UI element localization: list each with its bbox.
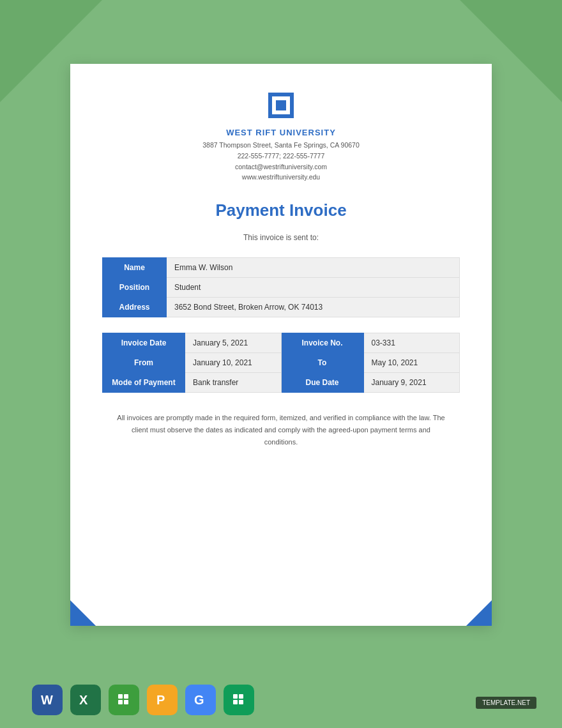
position-value: Student — [167, 278, 460, 298]
svg-text:W: W — [41, 693, 53, 707]
table-row: From January 10, 2021 To May 10, 2021 — [103, 353, 460, 373]
company-website: www.westriftuniversity.edu — [102, 172, 460, 183]
company-phone: 222-555-7777; 222-555-7777 — [102, 151, 460, 162]
doc-corner-bl — [70, 600, 96, 626]
svg-text:P: P — [156, 693, 165, 707]
svg-rect-14 — [239, 700, 243, 704]
name-label: Name — [103, 258, 167, 278]
recipient-table: Name Emma W. Wilson Position Student Add… — [102, 257, 460, 317]
gsheets-icon[interactable] — [224, 685, 254, 715]
from-label: From — [103, 353, 185, 373]
footer-note: All invoices are promptly made in the re… — [102, 412, 460, 448]
svg-rect-2 — [276, 100, 286, 110]
details-table: Invoice Date January 5, 2021 Invoice No.… — [102, 333, 460, 393]
word-icon[interactable]: W — [32, 685, 63, 715]
from-value: January 10, 2021 — [185, 353, 282, 373]
position-label: Position — [103, 278, 167, 298]
table-row: Name Emma W. Wilson — [103, 258, 460, 278]
svg-rect-13 — [233, 700, 238, 704]
svg-rect-12 — [239, 694, 243, 699]
svg-rect-8 — [124, 700, 128, 704]
invoice-no-value: 03-331 — [363, 333, 460, 353]
svg-rect-7 — [118, 700, 123, 704]
svg-text:G: G — [194, 693, 204, 707]
template-badge: TEMPLATE.NET — [476, 697, 536, 709]
company-name: WEST RIFT UNIVERSITY — [102, 128, 460, 137]
table-row: Invoice Date January 5, 2021 Invoice No.… — [103, 333, 460, 353]
svg-rect-5 — [118, 694, 123, 699]
to-label: To — [281, 353, 363, 373]
to-value: May 10, 2021 — [363, 353, 460, 373]
numbers-icon[interactable] — [109, 685, 139, 715]
invoice-subtitle: This invoice is sent to: — [102, 233, 460, 242]
svg-rect-6 — [124, 694, 128, 699]
due-date-label: Due Date — [281, 373, 363, 393]
company-logo — [265, 89, 297, 121]
bottom-toolbar: W X P G — [32, 685, 254, 715]
table-row: Address 3652 Bond Street, Broken Arrow, … — [103, 298, 460, 317]
company-email: contact@westriftuniversity.com — [102, 162, 460, 172]
address-label: Address — [103, 298, 167, 317]
invoice-date-label: Invoice Date — [103, 333, 185, 353]
excel-icon[interactable]: X — [70, 685, 101, 715]
mode-value: Bank transfer — [185, 373, 282, 393]
table-row: Mode of Payment Bank transfer Due Date J… — [103, 373, 460, 393]
mode-label: Mode of Payment — [103, 373, 185, 393]
company-address: 3887 Thompson Street, Santa Fe Springs, … — [102, 140, 460, 151]
invoice-title: Payment Invoice — [102, 201, 460, 220]
table-row: Position Student — [103, 278, 460, 298]
doc-corner-br — [466, 600, 492, 626]
pages-icon[interactable]: P — [147, 685, 178, 715]
name-value: Emma W. Wilson — [167, 258, 460, 278]
invoice-no-label: Invoice No. — [281, 333, 363, 353]
document-header: WEST RIFT UNIVERSITY 3887 Thompson Stree… — [102, 89, 460, 183]
invoice-date-value: January 5, 2021 — [185, 333, 282, 353]
due-date-value: January 9, 2021 — [363, 373, 460, 393]
gdocs-icon[interactable]: G — [185, 685, 216, 715]
document: WEST RIFT UNIVERSITY 3887 Thompson Stree… — [70, 64, 492, 626]
svg-text:X: X — [79, 693, 88, 707]
svg-rect-11 — [233, 694, 238, 699]
address-value: 3652 Bond Street, Broken Arrow, OK 74013 — [167, 298, 460, 317]
